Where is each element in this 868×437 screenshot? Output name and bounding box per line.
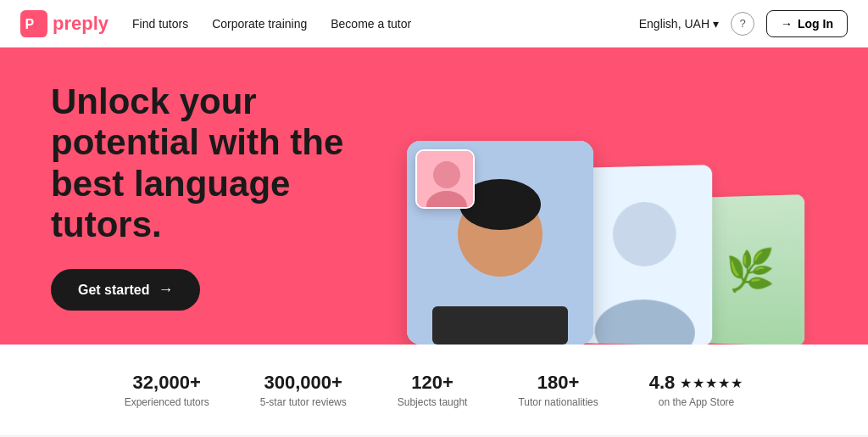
stat-nationalities-number: 180+ [518, 372, 598, 394]
login-label: Log In [798, 17, 833, 31]
get-started-button[interactable]: Get started → [51, 269, 200, 311]
stat-subjects-label: Subjects taught [398, 396, 468, 408]
plant-icon: 🌿 [698, 194, 805, 345]
stat-reviews-number: 300,000+ [260, 372, 347, 394]
nav-right: English, UAH ▾ ? → Log In [639, 10, 848, 37]
stat-rating: 4.8 ★★★★★ on the App Store [649, 372, 744, 408]
svg-text:P: P [25, 17, 35, 31]
tutor-card-2 [579, 165, 713, 345]
login-arrow-icon: → [781, 17, 793, 31]
stat-reviews-label: 5-star tutor reviews [260, 396, 347, 408]
chevron-down-icon: ▾ [713, 17, 719, 31]
navbar: P preply Find tutors Corporate training … [0, 0, 868, 48]
stats-section: 32,000+ Experienced tutors 300,000+ 5-st… [0, 345, 868, 436]
logo-text: preply [53, 13, 108, 35]
nav-find-tutors[interactable]: Find tutors [132, 17, 188, 31]
nav-left: P preply Find tutors Corporate training … [20, 10, 411, 37]
rating-stars: ★★★★★ [680, 375, 743, 391]
hero-section: Unlock your potential with the best lang… [0, 48, 868, 345]
hero-text: Unlock your potential with the best lang… [51, 81, 407, 345]
mini-tutor-card [415, 149, 475, 209]
stat-reviews: 300,000+ 5-star tutor reviews [260, 372, 347, 408]
stat-nationalities: 180+ Tutor nationalities [518, 372, 598, 408]
svg-point-8 [433, 161, 460, 188]
stat-tutors-label: Experienced tutors [125, 396, 209, 408]
cta-label: Get started [78, 283, 149, 298]
lang-label: English, UAH [639, 17, 709, 31]
help-icon[interactable]: ? [731, 12, 754, 36]
language-selector[interactable]: English, UAH ▾ [639, 17, 719, 31]
cta-arrow-icon: → [158, 281, 173, 299]
login-button[interactable]: → Log In [766, 10, 848, 37]
nav-corporate-training[interactable]: Corporate training [212, 17, 307, 31]
stat-subjects: 120+ Subjects taught [398, 372, 468, 408]
hero-title: Unlock your potential with the best lang… [51, 81, 407, 245]
stat-rating-label: on the App Store [649, 396, 744, 408]
stat-tutors: 32,000+ Experienced tutors [125, 372, 209, 408]
stat-tutors-number: 32,000+ [125, 372, 209, 394]
stat-subjects-number: 120+ [398, 372, 468, 394]
stat-rating-number: 4.8 [649, 372, 676, 394]
nav-become-tutor[interactable]: Become a tutor [331, 17, 411, 31]
tutor-card-3: 🌿 [698, 194, 805, 345]
hero-images: 🌿 [407, 124, 817, 345]
svg-point-11 [613, 202, 676, 267]
svg-rect-6 [432, 306, 568, 345]
stat-nationalities-label: Tutor nationalities [518, 396, 598, 408]
logo[interactable]: P preply [20, 10, 108, 37]
tutor-main-card [407, 141, 593, 345]
